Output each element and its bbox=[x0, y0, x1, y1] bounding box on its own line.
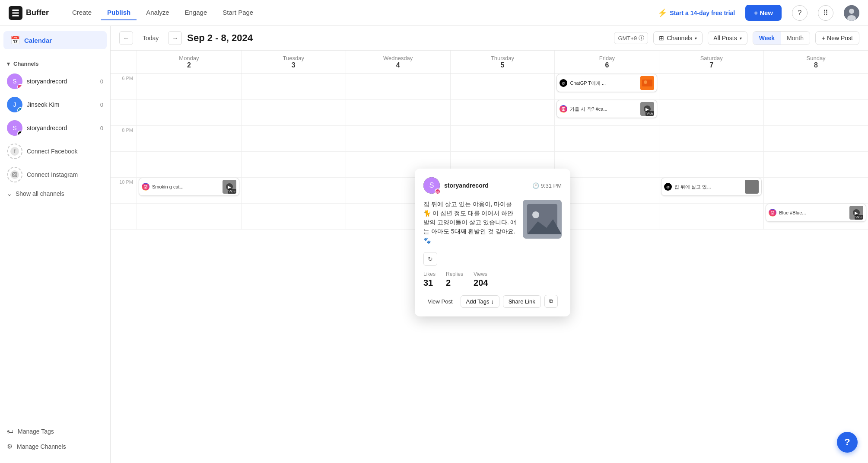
week-view-button[interactable]: Week bbox=[753, 32, 781, 45]
view-toggle: Week Month bbox=[753, 31, 810, 45]
today-button[interactable]: Today bbox=[138, 32, 163, 44]
manage-channels-item[interactable]: ⚙ Manage Channels bbox=[0, 439, 110, 454]
connect-facebook[interactable]: f Connect Facebook bbox=[0, 140, 110, 163]
channel-count-1: 0 bbox=[100, 78, 103, 85]
show-all-channels-button[interactable]: ⌄ Show all channels bbox=[0, 186, 110, 201]
cal-cell-4-4[interactable] bbox=[555, 178, 659, 204]
popup-refresh-button[interactable]: ↻ bbox=[423, 252, 437, 266]
video-label: Vide bbox=[228, 189, 236, 194]
svg-rect-3 bbox=[12, 15, 19, 16]
cal-cell-6-3[interactable] bbox=[764, 152, 868, 178]
cal-cell-4-5[interactable] bbox=[555, 204, 659, 230]
cal-cell-4-0[interactable]: @ChatGP T에게 ... bbox=[555, 74, 659, 100]
cal-cell-6-2[interactable] bbox=[764, 126, 868, 152]
cal-cell-5-1[interactable] bbox=[659, 100, 763, 126]
popup-image bbox=[523, 200, 562, 239]
nav-engage[interactable]: Engage bbox=[179, 5, 213, 20]
cal-cell-3-1[interactable] bbox=[451, 100, 555, 126]
sidebar-calendar[interactable]: 📅 Calendar bbox=[3, 31, 107, 49]
cal-cell-2-1[interactable] bbox=[346, 100, 450, 126]
svg-point-10 bbox=[10, 170, 19, 179]
copy-link-button[interactable]: ⧉ bbox=[544, 295, 558, 308]
cal-cell-4-2[interactable] bbox=[555, 126, 659, 152]
event-thumbnail: ▶Vide bbox=[640, 102, 654, 116]
cal-cell-0-4[interactable]: Smokin g cat...▶Vide bbox=[137, 178, 241, 204]
sidebar-channel-3[interactable]: S @ storyandrecord 0 bbox=[0, 116, 110, 140]
cal-cell-2-0[interactable] bbox=[346, 74, 450, 100]
linkedin-badge-2: in bbox=[17, 107, 22, 112]
nav-start-page[interactable]: Start Page bbox=[216, 5, 259, 20]
manage-channels-label: Manage Channels bbox=[17, 443, 66, 450]
add-tags-button[interactable]: Add Tags ↓ bbox=[461, 295, 499, 308]
cal-cell-6-4[interactable] bbox=[764, 178, 868, 204]
gmt-badge: GMT+9 ⓘ bbox=[614, 32, 648, 44]
cal-cell-5-0[interactable] bbox=[659, 74, 763, 100]
tag-icon: 🏷 bbox=[7, 428, 13, 435]
cal-cell-6-1[interactable] bbox=[764, 100, 868, 126]
cal-cell-0-2[interactable] bbox=[137, 126, 241, 152]
grid-menu-button[interactable]: ⠿ bbox=[818, 5, 833, 21]
cal-cell-4-3[interactable] bbox=[555, 152, 659, 178]
cal-cell-1-2[interactable] bbox=[242, 126, 346, 152]
sidebar: 📅 Calendar ▾ Channels S storyandrecord 0 bbox=[0, 26, 111, 463]
nav-publish[interactable]: Publish bbox=[101, 5, 137, 20]
cal-cell-1-4[interactable] bbox=[242, 178, 346, 204]
event-text: 가을 시 작? #ca... bbox=[570, 106, 638, 112]
user-avatar[interactable] bbox=[844, 5, 859, 21]
view-post-button[interactable]: View Post bbox=[423, 296, 457, 307]
cal-cell-5-3[interactable] bbox=[659, 152, 763, 178]
month-view-button[interactable]: Month bbox=[781, 32, 810, 45]
day-col-6: Blue #Blue...▶Vide bbox=[763, 74, 868, 230]
sidebar-channel-1[interactable]: S storyandrecord 0 bbox=[0, 70, 110, 93]
cal-cell-0-1[interactable] bbox=[137, 100, 241, 126]
help-nav-button[interactable]: ? bbox=[792, 5, 808, 21]
event-card-ev3[interactable]: Smokin g cat...▶Vide bbox=[139, 178, 239, 196]
cal-cell-6-0[interactable] bbox=[764, 74, 868, 100]
popup-likes: Likes 31 bbox=[423, 271, 436, 288]
new-button[interactable]: + New bbox=[745, 5, 782, 21]
channels-grid-icon: ⊞ bbox=[659, 35, 664, 42]
cal-cell-1-3[interactable] bbox=[242, 152, 346, 178]
cal-cell-1-5[interactable] bbox=[242, 204, 346, 230]
event-card-ev4[interactable]: @집 뒤에 살고 있... bbox=[661, 178, 762, 196]
cal-cell-0-0[interactable] bbox=[137, 74, 241, 100]
sidebar-channel-2[interactable]: J in Jinseok Kim 0 bbox=[0, 93, 110, 116]
free-trial-link[interactable]: ⚡ Start a 14-day free trial bbox=[658, 8, 735, 18]
cal-cell-6-5[interactable]: Blue #Blue...▶Vide bbox=[764, 204, 868, 230]
cal-cell-0-5[interactable] bbox=[137, 204, 241, 230]
cal-cell-3-0[interactable] bbox=[451, 74, 555, 100]
event-card-ev2[interactable]: 가을 시 작? #ca...▶Vide bbox=[556, 100, 657, 118]
time-slot-5 bbox=[111, 204, 137, 230]
help-fab-button[interactable]: ? bbox=[837, 432, 858, 453]
app-logo[interactable]: Buffer bbox=[9, 6, 49, 20]
cal-cell-1-1[interactable] bbox=[242, 100, 346, 126]
connect-instagram[interactable]: Connect Instagram bbox=[0, 163, 110, 186]
chevron-down-icon-3: ▾ bbox=[695, 36, 697, 41]
time-slot-1 bbox=[111, 100, 137, 126]
channel-count-2: 0 bbox=[100, 102, 103, 108]
svg-point-16 bbox=[146, 185, 147, 185]
cal-cell-1-0[interactable] bbox=[242, 74, 346, 100]
cal-cell-2-2[interactable] bbox=[346, 126, 450, 152]
nav-analyze[interactable]: Analyze bbox=[140, 5, 175, 20]
cal-cell-5-5[interactable] bbox=[659, 204, 763, 230]
nav-create[interactable]: Create bbox=[66, 5, 98, 20]
popup-avatar: S @ bbox=[423, 177, 440, 194]
all-posts-filter[interactable]: All Posts ▾ bbox=[708, 31, 747, 45]
facebook-connect-icon: f bbox=[7, 144, 22, 159]
cal-cell-0-3[interactable] bbox=[137, 152, 241, 178]
channels-filter-button[interactable]: ⊞ Channels ▾ bbox=[653, 31, 703, 45]
event-card-ev5[interactable]: Blue #Blue...▶Vide bbox=[766, 204, 866, 222]
cal-cell-5-2[interactable] bbox=[659, 126, 763, 152]
new-post-button[interactable]: + New Post bbox=[815, 31, 859, 45]
cal-cell-3-2[interactable] bbox=[451, 126, 555, 152]
share-link-button[interactable]: Share Link bbox=[503, 295, 541, 308]
event-card-ev1[interactable]: @ChatGP T에게 ... bbox=[556, 74, 657, 92]
video-label: Vide bbox=[855, 215, 863, 220]
channels-section-header[interactable]: ▾ Channels bbox=[0, 54, 110, 70]
manage-tags-item[interactable]: 🏷 Manage Tags bbox=[0, 424, 110, 439]
cal-cell-5-4[interactable]: @집 뒤에 살고 있... bbox=[659, 178, 763, 204]
cal-cell-4-1[interactable]: 가을 시 작? #ca...▶Vide bbox=[555, 100, 659, 126]
prev-week-button[interactable]: ← bbox=[119, 31, 133, 45]
next-week-button[interactable]: → bbox=[168, 31, 182, 45]
